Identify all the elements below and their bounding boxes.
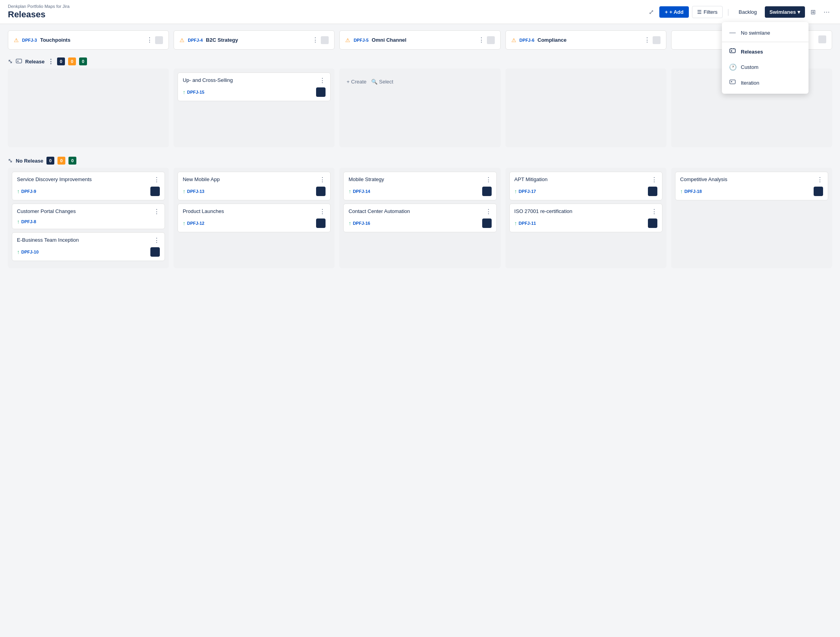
issue-link[interactable]: DPFJ-17 bbox=[519, 189, 536, 194]
card-header: ISO 27001 re-certification ⋮ bbox=[514, 208, 657, 215]
svg-rect-1 bbox=[731, 50, 732, 52]
issue-link[interactable]: DPFJ-9 bbox=[21, 189, 36, 194]
card-more-icon[interactable]: ⋮ bbox=[485, 208, 492, 215]
avatar bbox=[648, 187, 657, 196]
card-more-icon[interactable]: ⋮ bbox=[651, 208, 657, 215]
swimlane-collapse-icon[interactable]: ⤡ bbox=[8, 157, 13, 164]
count-badge-dark: 0 bbox=[46, 157, 54, 165]
swimlane-collapse-icon[interactable]: ⤡ bbox=[8, 58, 13, 65]
card-more-icon[interactable]: ⋮ bbox=[154, 176, 160, 183]
col-badge bbox=[818, 35, 826, 43]
add-button[interactable]: + + Add bbox=[659, 6, 689, 18]
card-dpfj17: APT Mitigation ⋮ ↑ DPFJ-17 bbox=[509, 172, 662, 200]
svg-rect-5 bbox=[17, 61, 19, 62]
col-header-left: ⚠ DPFJ-6 Compliance bbox=[511, 37, 567, 43]
layers-button[interactable]: ⊞ bbox=[808, 6, 818, 18]
swimlane-option-no-swimlane[interactable]: — No swimlane bbox=[722, 25, 809, 40]
card-issue: ↑ DPFJ-13 bbox=[183, 188, 204, 194]
card-dpfj14: Mobile Strategy ⋮ ↑ DPFJ-14 bbox=[343, 172, 496, 200]
card-issue: ↑ DPFJ-10 bbox=[17, 249, 39, 255]
col-badge bbox=[155, 36, 163, 44]
card-more-icon[interactable]: ⋮ bbox=[817, 176, 823, 183]
col-more-icon[interactable]: ⋮ bbox=[478, 36, 485, 44]
card-more-icon[interactable]: ⋮ bbox=[154, 208, 160, 215]
card-more-icon[interactable]: ⋮ bbox=[485, 176, 492, 183]
iteration-icon bbox=[729, 79, 736, 87]
avatar bbox=[482, 187, 492, 196]
up-icon: ↑ bbox=[183, 188, 185, 194]
issue-link[interactable]: DPFJ-18 bbox=[685, 189, 702, 194]
issue-link[interactable]: DPFJ-12 bbox=[187, 221, 204, 226]
col-more-icon[interactable]: ⋮ bbox=[644, 36, 650, 44]
collapse-button[interactable]: ⤢ bbox=[646, 6, 656, 18]
select-label: Select bbox=[379, 79, 393, 85]
issue-link[interactable]: DPFJ-8 bbox=[21, 219, 36, 224]
avatar bbox=[150, 187, 160, 196]
col-issue-link[interactable]: DPFJ-3 bbox=[22, 38, 37, 43]
card-header: APT Mitigation ⋮ bbox=[514, 176, 657, 183]
card-footer: ↑ DPFJ-15 bbox=[183, 87, 326, 97]
swimlane-option-iteration[interactable]: Iteration bbox=[722, 75, 809, 91]
card-dpfj12: Product Launches ⋮ ↑ DPFJ-12 bbox=[178, 204, 331, 232]
filters-button[interactable]: ☰ Filters bbox=[692, 6, 722, 18]
card-dpfj11: ISO 27001 re-certification ⋮ ↑ DPFJ-11 bbox=[509, 204, 662, 232]
issue-link[interactable]: DPFJ-14 bbox=[353, 189, 370, 194]
col-title: Touchpoints bbox=[40, 37, 70, 43]
create-button[interactable]: + Create bbox=[346, 79, 366, 85]
card-dpfj13: New Mobile App ⋮ ↑ DPFJ-13 bbox=[178, 172, 331, 200]
card-title: New Mobile App bbox=[183, 176, 220, 183]
col-more-icon[interactable]: ⋮ bbox=[312, 36, 318, 44]
col-header-left: ⚠ DPFJ-3 Touchpoints bbox=[14, 37, 70, 43]
issue-link[interactable]: DPFJ-13 bbox=[187, 189, 204, 194]
issue-link[interactable]: DPFJ-10 bbox=[21, 250, 39, 254]
swimlane-header-no-release: ⤡ No Release 0 0 0 bbox=[8, 154, 832, 168]
no-swimlane-label: No swimlane bbox=[741, 30, 770, 36]
col-issue-link[interactable]: DPFJ-4 bbox=[188, 38, 203, 43]
up-icon: ↑ bbox=[17, 188, 20, 194]
up-icon: ↑ bbox=[17, 219, 20, 225]
more-options-button[interactable]: ⋯ bbox=[821, 6, 832, 18]
count-badge-green: 0 bbox=[68, 157, 76, 165]
card-footer: ↑ DPFJ-14 bbox=[348, 187, 491, 196]
col-issue-link[interactable]: DPFJ-6 bbox=[520, 38, 535, 43]
issue-link[interactable]: DPFJ-11 bbox=[519, 221, 536, 226]
swimlane-no-release: ⤡ No Release 0 0 0 Service Discovery Imp… bbox=[8, 154, 832, 268]
releases-label: Releases bbox=[741, 49, 763, 55]
swimlane-option-releases[interactable]: Releases bbox=[722, 44, 809, 59]
swimlanes-button[interactable]: Swimlanes ▾ bbox=[765, 6, 805, 18]
swimlane-col-3: + Create 🔍 Select bbox=[339, 69, 500, 147]
card-title: APT Mitigation bbox=[514, 176, 548, 183]
card-more-icon[interactable]: ⋮ bbox=[319, 77, 326, 84]
swimlane-col-5: Competitive Analysis ⋮ ↑ DPFJ-18 bbox=[671, 168, 832, 268]
card-more-icon[interactable]: ⋮ bbox=[319, 208, 326, 215]
swimlane-col-3: Mobile Strategy ⋮ ↑ DPFJ-14 Contact Cent… bbox=[339, 168, 500, 268]
swimlanes-label: Swimlanes bbox=[770, 9, 796, 15]
plus-icon: + bbox=[346, 79, 350, 85]
swimlane-release-icon bbox=[16, 58, 22, 65]
issue-link[interactable]: DPFJ-16 bbox=[353, 221, 370, 226]
up-icon: ↑ bbox=[17, 249, 20, 255]
swimlane-more-icon[interactable]: ⋮ bbox=[48, 58, 54, 65]
card-footer: ↑ DPFJ-10 bbox=[17, 247, 160, 257]
card-footer: ↑ DPFJ-11 bbox=[514, 219, 657, 228]
card-footer: ↑ DPFJ-18 bbox=[680, 187, 823, 196]
select-button[interactable]: 🔍 Select bbox=[371, 79, 393, 85]
card-more-icon[interactable]: ⋮ bbox=[319, 176, 326, 183]
swimlane-option-custom[interactable]: 🕐 Custom bbox=[722, 59, 809, 75]
card-title: Up- and Cross-Selling bbox=[183, 77, 233, 84]
card-more-icon[interactable]: ⋮ bbox=[154, 237, 160, 244]
swimlane-col-2: New Mobile App ⋮ ↑ DPFJ-13 Product Launc… bbox=[174, 168, 335, 268]
up-icon: ↑ bbox=[348, 188, 351, 194]
backlog-button[interactable]: Backlog bbox=[734, 6, 762, 18]
issue-link[interactable]: DPFJ-15 bbox=[187, 90, 204, 94]
svg-rect-3 bbox=[731, 81, 732, 82]
filters-label: Filters bbox=[703, 9, 717, 15]
card-footer: ↑ DPFJ-13 bbox=[183, 187, 326, 196]
card-more-icon[interactable]: ⋮ bbox=[651, 176, 657, 183]
swimlane-row-release: Up- and Cross-Selling ⋮ ↑ DPFJ-15 bbox=[8, 69, 832, 147]
top-bar-right: ⤢ + + Add ☰ Filters | Backlog Swimlanes … bbox=[646, 6, 832, 18]
card-issue: ↑ DPFJ-17 bbox=[514, 188, 536, 194]
col-more-icon[interactable]: ⋮ bbox=[146, 36, 153, 44]
warning-icon: ⚠ bbox=[14, 37, 19, 43]
col-issue-link[interactable]: DPFJ-5 bbox=[353, 38, 368, 43]
